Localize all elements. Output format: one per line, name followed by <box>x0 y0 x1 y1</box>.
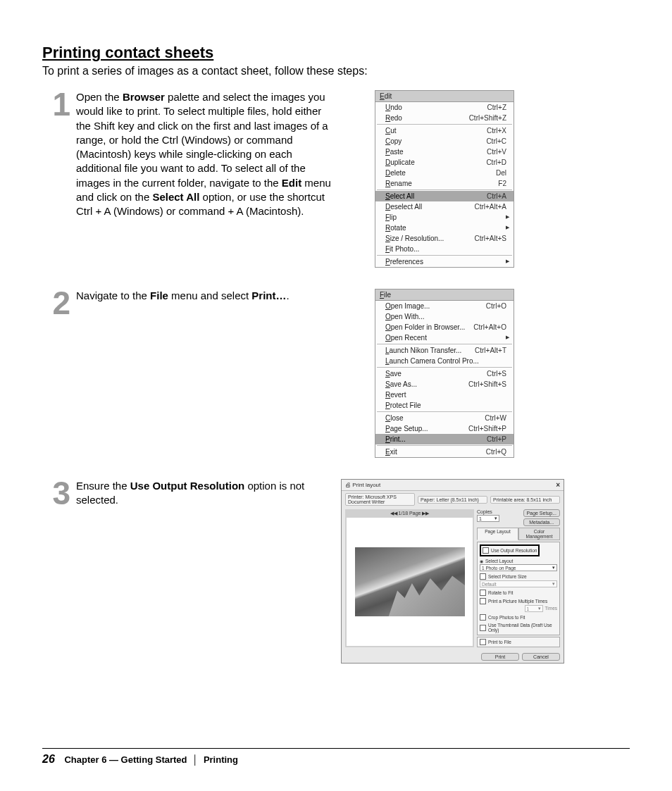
menu-item[interactable]: Deselect AllCtrl+Alt+A <box>375 201 514 212</box>
rotate-label: Rotate to Fit <box>488 590 513 595</box>
menu-item[interactable]: Preferences <box>375 256 514 267</box>
print-dialog-figure: 🖨 Print layout × Printer: Microsoft XPS … <box>341 479 564 664</box>
menu-item[interactable]: ExitCtrl+Q <box>375 447 514 457</box>
txt: palette and select the images you would … <box>76 91 328 189</box>
menu-item-label: Close <box>385 414 404 422</box>
menu-separator <box>377 411 512 412</box>
print-button[interactable]: Print <box>481 653 519 661</box>
dialog-titlebar: 🖨 Print layout × <box>342 480 564 491</box>
rotate-checkbox[interactable] <box>480 590 486 596</box>
section-heading: Printing contact sheets <box>42 44 630 62</box>
times-spinner[interactable]: 1 <box>525 605 543 612</box>
menu-item[interactable]: Size / Resolution...Ctrl+Alt+S <box>375 233 514 244</box>
step-2: 2 Navigate to the File menu and select P… <box>42 289 630 458</box>
menu-item-shortcut: Ctrl+Alt+A <box>474 203 506 211</box>
paper-field: Paper: Letter (8.5x11 inch) <box>418 496 487 504</box>
menu-item-label: Rename <box>385 180 412 187</box>
menu-item[interactable]: Page Setup...Ctrl+Shift+P <box>375 423 514 434</box>
page-number: 26 <box>42 753 55 765</box>
menu-item[interactable]: Open With... <box>375 311 514 322</box>
crop-checkbox[interactable] <box>480 614 486 621</box>
page-prev-icon[interactable]: ◀◀ <box>390 511 397 516</box>
menu-item-shortcut: Ctrl+D <box>486 158 506 166</box>
menu-item[interactable]: PasteCtrl+V <box>375 147 514 157</box>
use-output-resolution-checkbox[interactable] <box>483 547 489 554</box>
radio-icon[interactable]: ◉ <box>480 559 483 563</box>
menu-item[interactable]: Open Image...Ctrl+O <box>375 301 514 311</box>
menu-item-shortcut: Ctrl+P <box>487 435 506 443</box>
menu-item[interactable]: CloseCtrl+W <box>375 413 514 423</box>
menu-item-shortcut: Ctrl+A <box>487 192 506 200</box>
copies-spinner[interactable]: 1 <box>477 515 499 522</box>
thumbnail-label: Use Thumbnail Data (Draft Use Only) <box>488 623 557 633</box>
footer-chapter: Chapter 6 — Getting Started <box>64 754 187 765</box>
metadata-button[interactable]: Metadata... <box>523 518 560 526</box>
page-setup-button[interactable]: Page Setup... <box>523 509 560 517</box>
close-icon[interactable]: × <box>556 481 560 489</box>
menu-item-label: Cut <box>385 127 397 135</box>
multi-label: Print a Picture Multiple Times <box>488 599 547 604</box>
menu-item[interactable]: SaveCtrl+S <box>375 368 514 379</box>
tab-page-layout[interactable]: Page Layout <box>477 528 518 540</box>
size-value: Default <box>482 582 497 587</box>
menu-item-shortcut: Ctrl+S <box>487 370 506 378</box>
menu-item[interactable]: Open Folder in Browser...Ctrl+Alt+O <box>375 322 514 332</box>
bold: Select All <box>152 191 199 203</box>
menu-item-shortcut: Ctrl+O <box>486 302 506 310</box>
multi-checkbox[interactable] <box>480 598 486 604</box>
layout-combo[interactable]: 1 Photo on Page <box>480 564 557 571</box>
menu-item[interactable]: Protect File <box>375 400 514 411</box>
menu-item[interactable]: Print...Ctrl+P <box>375 434 514 444</box>
footer-section: Printing <box>204 754 238 765</box>
menu-item[interactable]: DeleteDel <box>375 168 514 178</box>
tab-color-management[interactable]: Color Management <box>518 528 560 540</box>
menu-item[interactable]: UndoCtrl+Z <box>375 102 514 113</box>
menu-item-label: Save <box>385 370 402 378</box>
menu-item[interactable]: Save As...Ctrl+Shift+S <box>375 379 514 390</box>
menu-item[interactable]: CutCtrl+X <box>375 125 514 136</box>
print-to-file-checkbox[interactable] <box>480 639 486 645</box>
file-menu-figure: FileOpen Image...Ctrl+OOpen With...Open … <box>375 289 514 458</box>
bold: Browser <box>123 91 165 103</box>
menu-item[interactable]: Select AllCtrl+A <box>375 191 514 201</box>
print-layout-dialog: 🖨 Print layout × Printer: Microsoft XPS … <box>341 479 564 664</box>
menu-title: Edit <box>375 91 514 102</box>
menu-item-label: Fit Photo... <box>385 245 419 253</box>
menu-item-shortcut: F2 <box>498 180 506 187</box>
menu-item-label: Launch Nikon Transfer... <box>385 347 461 354</box>
menu-item[interactable]: DuplicateCtrl+D <box>375 157 514 168</box>
print-to-file-label: Print to File <box>488 640 511 644</box>
bold: Use Output Resolution <box>130 480 245 492</box>
menu-item[interactable]: Launch Nikon Transfer...Ctrl+Alt+T <box>375 345 514 356</box>
menu-item[interactable]: CopyCtrl+C <box>375 136 514 147</box>
menu-item[interactable]: Fit Photo... <box>375 244 514 254</box>
menu-item[interactable]: Open Recent <box>375 332 514 343</box>
menu-item[interactable]: Revert <box>375 390 514 400</box>
menu-separator <box>377 124 512 125</box>
txt: Navigate to the <box>76 289 150 301</box>
cancel-button[interactable]: Cancel <box>522 653 560 661</box>
menu-item-label: Undo <box>385 104 402 111</box>
menu-separator <box>377 445 512 446</box>
intro-text: To print a series of images as a contact… <box>42 65 630 77</box>
preview-pane: ◀◀ 1/18 Page ▶▶ <box>345 509 474 647</box>
txt: . <box>287 289 290 301</box>
menu-item-label: Exit <box>385 448 397 456</box>
size-combo[interactable]: Default <box>480 580 557 587</box>
menu-item-shortcut: Ctrl+Alt+S <box>474 235 506 242</box>
menu-item-label: Preferences <box>385 258 423 266</box>
bold: Print… <box>251 289 286 301</box>
menu-item[interactable]: Flip <box>375 212 514 223</box>
step-text: Navigate to the File menu and select Pri… <box>76 289 337 303</box>
menu-item-label: Size / Resolution... <box>385 235 444 242</box>
menu-item[interactable]: RenameF2 <box>375 178 514 189</box>
menu-item[interactable]: RedoCtrl+Shift+Z <box>375 113 514 123</box>
menu-item[interactable]: Rotate <box>375 223 514 233</box>
layout-value: 1 Photo on Page <box>482 566 516 571</box>
thumbnail-checkbox[interactable] <box>480 625 486 631</box>
use-output-resolution-highlight: Use Output Resolution <box>480 544 540 556</box>
select-size-checkbox[interactable] <box>480 573 486 580</box>
menu-item[interactable]: Launch Camera Control Pro... <box>375 356 514 366</box>
page-next-icon[interactable]: ▶▶ <box>422 511 429 516</box>
menu-item-label: Launch Camera Control Pro... <box>385 357 479 365</box>
